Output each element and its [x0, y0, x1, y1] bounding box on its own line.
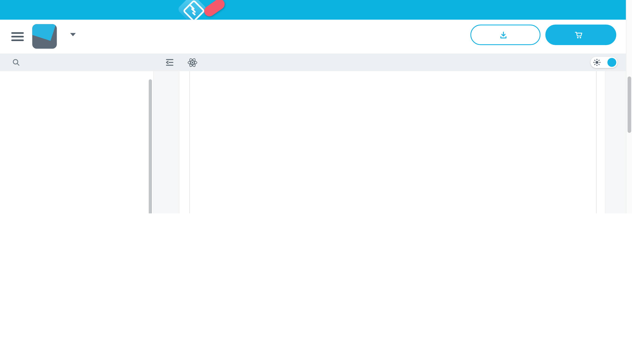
framework-caret-icon[interactable]: [70, 33, 76, 36]
version-badge: [202, 0, 227, 18]
sidebar-search: [0, 54, 154, 71]
sidebar: [0, 71, 154, 214]
announcement-banner: [0, 0, 626, 20]
breadcrumb: [187, 54, 198, 71]
react-icon: [187, 57, 198, 68]
hamburger-menu-icon[interactable]: [11, 32, 24, 41]
download-icon: [499, 30, 508, 40]
theme-toggle-knob[interactable]: [607, 58, 616, 67]
sun-icon: [593, 58, 601, 66]
brand-title: [61, 27, 76, 41]
devextreme-js-logo[interactable]: [32, 24, 57, 49]
theme-toggle[interactable]: [590, 57, 617, 68]
buy-button[interactable]: [545, 24, 616, 45]
app-header: [0, 20, 626, 54]
page-scrollbar-track[interactable]: [626, 0, 632, 214]
toolbar-strip: [0, 54, 626, 71]
free-trial-button[interactable]: [470, 24, 541, 45]
search-icon: [12, 58, 20, 66]
sidebar-scrollbar-thumb[interactable]: [149, 79, 152, 214]
pivot-grid: [189, 71, 596, 214]
search-input[interactable]: [25, 58, 143, 67]
page: [0, 0, 632, 214]
cart-icon: [574, 30, 583, 40]
collapse-sidebar-icon[interactable]: [164, 57, 175, 68]
page-scrollbar-thumb[interactable]: [627, 76, 631, 133]
devextreme-3d-logo: [157, 0, 226, 20]
